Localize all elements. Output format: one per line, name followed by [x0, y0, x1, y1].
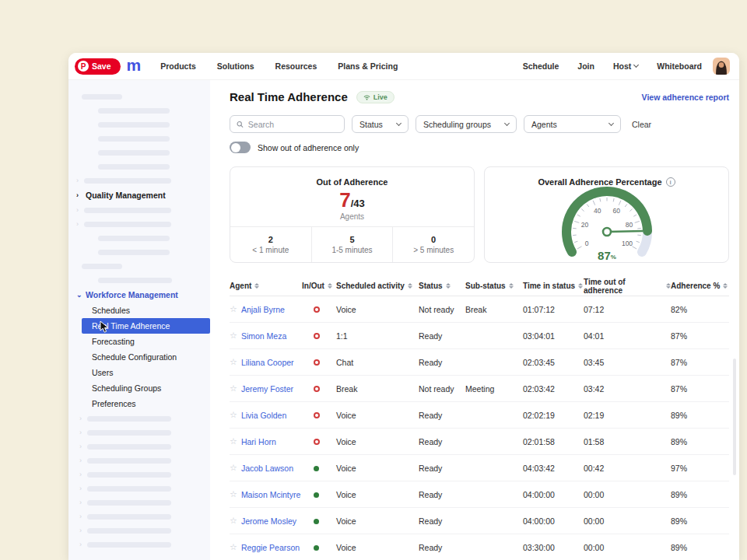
view-adherence-report-link[interactable]: View adherence report	[642, 93, 729, 102]
column-header-agent[interactable]: Agent	[230, 282, 302, 290]
column-header-time-in-status[interactable]: Time in status	[523, 282, 584, 290]
skeleton-bar	[68, 245, 210, 259]
time-in-status-cell: 04:00:00	[523, 516, 584, 526]
breakdown-value: 0	[431, 235, 436, 244]
agent-link[interactable]: ☆Hari Horn	[230, 436, 302, 446]
scheduled-activity-cell: Voice	[336, 490, 419, 499]
star-icon[interactable]: ☆	[230, 542, 237, 552]
skeleton-bar: ›	[68, 173, 210, 187]
scheduled-activity-cell: Voice	[336, 543, 419, 552]
star-icon[interactable]: ☆	[230, 357, 237, 367]
adherence-cell: 87%	[671, 384, 729, 394]
skeleton-bar	[68, 89, 210, 103]
top-navbar: P Save m ProductsSolutionsResourcesPlans…	[68, 53, 739, 80]
adherence-cell: 87%	[671, 331, 729, 341]
agent-link[interactable]: ☆Anjali Byrne	[230, 304, 302, 314]
search-input[interactable]	[230, 115, 345, 133]
agent-link[interactable]: ☆Simon Meza	[230, 331, 302, 341]
star-icon[interactable]: ☆	[230, 410, 237, 420]
agent-link[interactable]: ☆Livia Golden	[230, 410, 302, 420]
chevron-right-icon: ›	[79, 429, 85, 436]
time-in-status-cell: 04:00:00	[523, 490, 584, 499]
sidebar: ››Quality Management››⌄Workforce Managem…	[68, 80, 210, 560]
nav-item-join[interactable]: Join	[577, 61, 594, 71]
star-icon[interactable]: ☆	[230, 331, 237, 341]
sidebar-item-scheduling-groups[interactable]: Scheduling Groups	[68, 380, 210, 396]
column-header-in-out[interactable]: In/Out	[302, 282, 336, 290]
nav-item-whiteboard[interactable]: Whiteboard	[657, 61, 702, 71]
skeleton-bar	[68, 117, 210, 131]
column-header-status[interactable]: Status	[419, 282, 465, 290]
time-in-status-cell: 02:03:45	[523, 358, 584, 367]
skeleton-bar	[68, 103, 210, 117]
column-header-sub-status[interactable]: Sub-status	[465, 282, 523, 290]
column-header-time-out-of-adherence[interactable]: Time out of adherence	[584, 278, 671, 295]
nav-item-schedule[interactable]: Schedule	[523, 61, 559, 71]
time-out-of-adherence-cell: 01:58	[584, 437, 671, 446]
nav-item-resources[interactable]: Resources	[275, 61, 317, 71]
agent-link[interactable]: ☆Reggie Pearson	[230, 542, 302, 552]
dropdown-scheduling-groups[interactable]: Scheduling groups	[416, 115, 517, 133]
star-icon[interactable]: ☆	[230, 463, 237, 473]
agents-table: AgentIn/OutScheduled activityStatusSub-s…	[230, 276, 729, 560]
dropdown-status[interactable]: Status	[352, 115, 409, 133]
breakdown-value: 5	[349, 235, 354, 244]
search-field[interactable]	[248, 120, 338, 129]
table-scrollbar[interactable]	[733, 359, 736, 475]
star-icon[interactable]: ☆	[230, 436, 237, 446]
out-of-adherence-count: 7/43	[230, 188, 474, 212]
clear-filters-button[interactable]: Clear	[632, 120, 651, 129]
column-header-scheduled-activity[interactable]: Scheduled activity	[336, 282, 419, 290]
nav-item-host[interactable]: Host	[613, 61, 638, 71]
sidebar-item-schedules[interactable]: Schedules	[68, 303, 210, 318]
time-in-status-cell: 02:01:58	[523, 437, 584, 446]
sort-icon	[509, 283, 514, 289]
star-icon[interactable]: ☆	[230, 516, 237, 526]
avatar[interactable]	[713, 58, 730, 75]
star-icon[interactable]: ☆	[230, 304, 237, 314]
agent-link[interactable]: ☆Jacob Lawson	[230, 463, 302, 473]
nav-item-products[interactable]: Products	[160, 61, 196, 71]
svg-text:87%: 87%	[598, 249, 616, 262]
chevron-right-icon: ›	[79, 443, 85, 450]
time-out-of-adherence-cell: 02:19	[584, 411, 671, 420]
star-icon[interactable]: ☆	[230, 383, 237, 394]
adherence-gauge: 02040608010087%	[525, 184, 689, 263]
sidebar-item-schedule-configuration[interactable]: Schedule Configuration	[68, 349, 210, 365]
sidebar-item-real-time-adherence[interactable]: Real Time Adherence	[82, 318, 210, 334]
column-header-adherence[interactable]: Adherence %	[671, 282, 729, 290]
status-cell: Ready	[419, 516, 465, 526]
sidebar-item-forecasting[interactable]: Forecasting	[68, 334, 210, 349]
sidebar-item-workforce-management[interactable]: ⌄Workforce Management	[68, 287, 210, 303]
out-of-adherence-title: Out of Adherence	[230, 177, 474, 187]
chevron-right-icon: ›	[79, 471, 85, 478]
skeleton-bar: ›	[68, 425, 210, 439]
sidebar-item-preferences[interactable]: Preferences	[68, 396, 210, 411]
nav-item-plans-pricing[interactable]: Plans & Pricing	[338, 61, 398, 71]
skeleton-bar: ›	[68, 523, 210, 537]
star-icon[interactable]: ☆	[230, 489, 237, 499]
sidebar-item-users[interactable]: Users	[68, 365, 210, 380]
agent-link[interactable]: ☆Jerome Mosley	[230, 516, 302, 526]
chevron-down-icon	[396, 120, 402, 125]
agent-link[interactable]: ☆Jeremy Foster	[230, 383, 302, 394]
nav-item-solutions[interactable]: Solutions	[217, 61, 254, 71]
scheduled-activity-cell: Voice	[336, 437, 419, 446]
table-row: ☆Hari Horn Voice Ready 02:01:58 01:58 89…	[230, 429, 729, 455]
time-out-of-adherence-cell: 03:45	[584, 358, 671, 367]
agent-link[interactable]: ☆Maison Mcintyre	[230, 489, 302, 499]
brand-logo[interactable]: m	[127, 56, 141, 75]
skeleton-bar: ›	[68, 467, 210, 481]
table-row: ☆Jacob Lawson Voice Ready 04:03:42 00:42…	[230, 455, 729, 481]
show-out-of-adherence-toggle[interactable]	[230, 142, 251, 153]
scheduled-activity-cell: 1:1	[336, 331, 419, 341]
sort-icon	[328, 283, 332, 289]
agent-link[interactable]: ☆Liliana Cooper	[230, 357, 302, 367]
adherence-cell: 89%	[671, 411, 729, 420]
pinterest-save-button[interactable]: P Save	[75, 58, 121, 75]
out-of-adherence-unit: Agents	[230, 212, 474, 221]
sidebar-item-quality-management[interactable]: ›Quality Management	[68, 187, 210, 203]
svg-text:100: 100	[621, 240, 632, 247]
dropdown-agents[interactable]: Agents	[524, 115, 621, 133]
adherence-cell: 89%	[671, 543, 729, 552]
